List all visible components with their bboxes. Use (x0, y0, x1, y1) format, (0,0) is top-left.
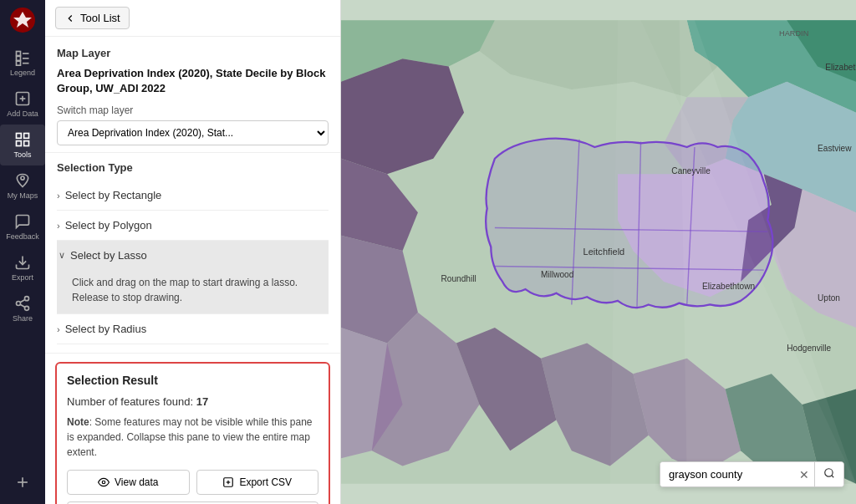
map-layer-title: Map Layer (57, 47, 329, 59)
result-action-buttons: View data Export CSV (67, 470, 318, 495)
sidebar-item-my-maps[interactable]: My Maps (0, 165, 45, 206)
svg-point-17 (17, 302, 21, 306)
app-logo[interactable] (9, 7, 36, 36)
accordion-item-lasso: ∨ Select by Lasso Click and drag on the … (57, 241, 329, 314)
accordion-item-rectangle: › Select by Rectangle (57, 181, 329, 211)
view-data-label: View data (115, 476, 158, 488)
selection-result-note: Note: Some features may not be visible w… (67, 415, 318, 460)
sidebar-item-legend[interactable]: Legend (0, 43, 45, 84)
chevron-right-icon-2: › (57, 221, 60, 231)
sidebar-item-export[interactable]: Export (0, 247, 45, 288)
layer-select[interactable]: Area Deprivation Index (2020), Stat... (57, 120, 329, 145)
legend-label: Legend (10, 69, 35, 77)
search-clear-icon[interactable]: ✕ (794, 465, 814, 485)
sidebar-item-add-data[interactable]: Add Data (0, 84, 45, 125)
sidebar-item-zoom[interactable] (0, 467, 45, 497)
accordion-header-radius[interactable]: › Select by Radius (57, 314, 329, 344)
svg-rect-11 (24, 134, 29, 139)
svg-rect-10 (17, 134, 22, 139)
svg-rect-1 (17, 52, 21, 56)
note-text: : Some features may not be visible while… (67, 416, 312, 458)
back-icon (64, 13, 76, 24)
note-bold: Note (67, 416, 89, 428)
accordion-header-polygon[interactable]: › Select by Polygon (57, 211, 329, 240)
svg-line-20 (20, 299, 25, 302)
svg-rect-2 (17, 56, 21, 60)
export-csv-icon (222, 476, 234, 488)
svg-text:Elizabethtown: Elizabethtown (702, 282, 755, 291)
svg-text:Hodgenville: Hodgenville (787, 344, 831, 353)
select-by-polygon-label: Select by Polygon (65, 219, 152, 232)
svg-rect-12 (24, 141, 29, 146)
map-area[interactable]: Millwood Leitchfield Elizabethtown Caney… (341, 0, 856, 504)
selection-type-section: Selection Type › Select by Rectangle › S… (45, 153, 340, 354)
panel-header: Tool List (45, 0, 340, 37)
sidebar-item-tools[interactable]: Tools (0, 125, 45, 165)
svg-line-67 (832, 476, 834, 478)
left-navigation: Legend Add Data Tools My Maps Feedback E… (0, 0, 45, 504)
export-csv-button[interactable]: Export CSV (196, 470, 319, 495)
select-by-radius-label: Select by Radius (65, 323, 147, 335)
feedback-label: Feedback (6, 232, 39, 241)
search-input[interactable] (660, 462, 794, 486)
chevron-down-icon: ∨ (59, 250, 65, 261)
svg-text:Roundhill: Roundhill (441, 274, 476, 283)
view-data-button[interactable]: View data (67, 470, 190, 495)
search-button[interactable] (814, 462, 843, 486)
export-label: Export (12, 273, 33, 282)
collapse-panel-button[interactable]: ‹ (340, 236, 341, 269)
svg-text:Caneyville: Caneyville (671, 166, 711, 176)
switch-map-layer-label: Switch map layer (57, 104, 329, 116)
svg-text:Upton: Upton (818, 293, 840, 303)
my-maps-label: My Maps (8, 191, 38, 200)
svg-text:Leitchfield: Leitchfield (583, 247, 625, 257)
export-csv-label: Export CSV (239, 476, 292, 488)
count-value: 17 (196, 395, 208, 408)
svg-point-18 (25, 306, 29, 310)
select-by-lasso-label: Select by Lasso (70, 249, 147, 262)
accordion-header-lasso[interactable]: ∨ Select by Lasso (57, 241, 329, 270)
view-data-icon (98, 476, 110, 488)
layer-name: Area Deprivation Index (2020), State Dec… (57, 66, 329, 96)
side-panel: Tool List Map Layer Area Deprivation Ind… (45, 0, 341, 504)
accordion-item-radius: › Select by Radius (57, 314, 329, 344)
svg-point-23 (102, 481, 105, 485)
map-layer-section: Map Layer Area Deprivation Index (2020),… (45, 37, 340, 153)
sidebar-item-share[interactable]: Share (0, 288, 45, 329)
add-data-label: Add Data (7, 109, 38, 118)
selection-type-title: Selection Type (57, 161, 329, 174)
tool-list-label: Tool List (80, 12, 120, 24)
map-search[interactable]: ✕ (660, 461, 844, 487)
chevron-right-icon: › (57, 191, 60, 201)
svg-text:Eastview: Eastview (818, 144, 852, 153)
selection-result-count: Number of features found: 17 (67, 395, 318, 408)
accordion-item-polygon: › Select by Polygon (57, 211, 329, 241)
search-icon (823, 467, 835, 479)
sidebar-item-feedback[interactable]: Feedback (0, 206, 45, 247)
svg-rect-3 (17, 61, 21, 65)
lasso-content: Click and drag on the map to start drawi… (57, 270, 329, 313)
share-label: Share (13, 314, 33, 323)
tool-list-button[interactable]: Tool List (55, 7, 130, 29)
select-by-rectangle-label: Select by Rectangle (65, 189, 162, 201)
svg-text:Millwood: Millwood (541, 270, 573, 279)
accordion-header-rectangle[interactable]: › Select by Rectangle (57, 181, 329, 210)
svg-point-16 (25, 297, 29, 301)
tools-label: Tools (13, 150, 31, 159)
svg-point-66 (825, 469, 833, 476)
svg-rect-13 (17, 141, 22, 146)
svg-line-19 (20, 304, 25, 307)
map-svg: Millwood Leitchfield Elizabethtown Caney… (341, 0, 856, 504)
selection-result-box: Selection Result Number of features foun… (55, 362, 330, 504)
svg-text:Elizabethtown: Elizabethtown (825, 63, 856, 72)
chevron-right-icon-3: › (57, 324, 60, 334)
count-label: Number of features found: (67, 395, 193, 408)
selection-result-title: Selection Result (67, 374, 318, 387)
svg-point-14 (21, 176, 24, 180)
svg-text:HARDIN: HARDIN (779, 29, 808, 38)
